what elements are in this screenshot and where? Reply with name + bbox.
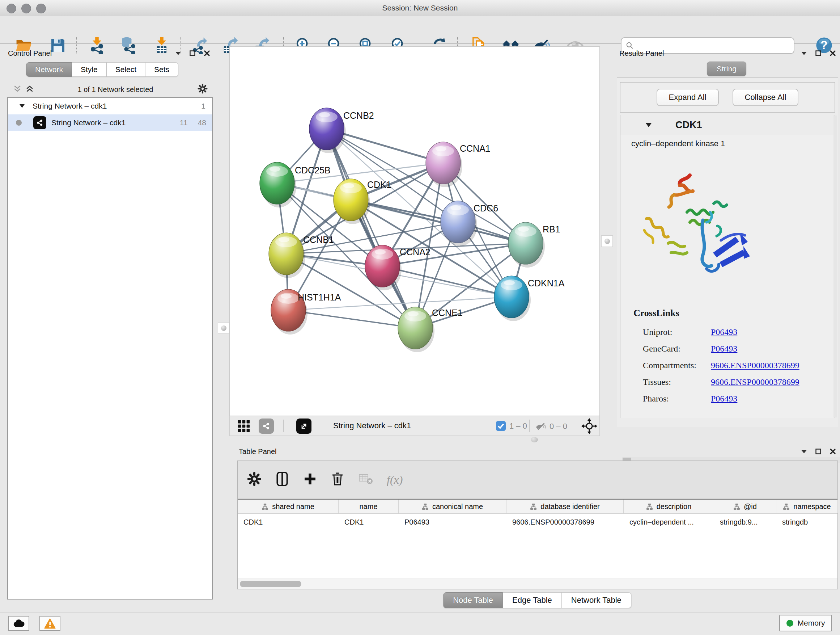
column-header-canonical-name[interactable]: canonical name [399, 500, 507, 513]
panel-close-button[interactable] [204, 50, 210, 56]
panel-menu-button[interactable] [175, 52, 181, 55]
horizontal-splitter-handle[interactable] [531, 437, 538, 442]
current-network-dot-icon [16, 120, 22, 126]
column-header-label: @id [744, 502, 757, 511]
crosslink-value-link[interactable]: P06493 [711, 327, 737, 337]
network-view-title: String Network – cdk1 [333, 421, 411, 431]
checkbox-checked-icon[interactable] [496, 421, 506, 431]
network-node[interactable] [508, 222, 545, 268]
network-canvas[interactable]: CCNB2CCNA1CDC25BCDK1CDC6RB1CCNB1CCNA2CDK… [229, 46, 600, 416]
crosslink-value-link[interactable]: 9606.ENSP00000378699 [711, 361, 799, 371]
panel-float-button[interactable] [815, 50, 821, 56]
crosslink-value-link[interactable]: P06493 [711, 344, 737, 354]
column-header-database-identifier[interactable]: database identifier [507, 500, 624, 513]
tab-network-table[interactable]: Network Table [562, 592, 631, 608]
table-delete-icon [358, 472, 374, 486]
table-cell[interactable]: stringdb:9... [714, 518, 776, 526]
results-vertical-scrollbar[interactable] [834, 116, 837, 417]
scrollbar-thumb[interactable] [240, 581, 302, 587]
cloud-status-button[interactable] [8, 616, 29, 631]
table-cell[interactable]: cyclin–dependent ... [624, 518, 714, 526]
table-cell[interactable]: 9606.ENSP00000378699 [507, 518, 624, 526]
network-node[interactable] [269, 233, 305, 278]
collapse-all-button[interactable]: Collapse All [733, 89, 799, 106]
right-splitter-handle[interactable] [601, 235, 613, 247]
table-cell[interactable]: P06493 [399, 518, 507, 526]
memory-button[interactable]: Memory [779, 615, 832, 631]
table-panel: Table Panel [234, 445, 840, 611]
tab-network[interactable]: Network [26, 62, 72, 77]
close-icon [830, 50, 836, 56]
hidden-eye-icon[interactable] [535, 421, 546, 432]
tab-edge-table[interactable]: Edge Table [503, 592, 562, 608]
expand-all-button[interactable] [26, 85, 33, 94]
crosslink-label: Pharos: [633, 394, 711, 404]
warnings-button[interactable] [39, 616, 60, 631]
network-collection-row[interactable]: String Network – cdk1 1 [8, 98, 212, 114]
crosslink-value-link[interactable]: 9606.ENSP00000378699 [711, 377, 799, 387]
status-bar: Memory [0, 613, 840, 635]
expand-all-button[interactable]: Expand All [657, 89, 719, 106]
network-row[interactable]: String Network – cdk1 11 48 [8, 114, 212, 131]
tab-node-table[interactable]: Node Table [443, 592, 503, 608]
tab-style[interactable]: Style [72, 62, 107, 77]
network-node[interactable] [398, 307, 434, 352]
network-node[interactable] [441, 201, 477, 246]
open-in-new-window-button[interactable] [296, 418, 311, 434]
table-cell[interactable]: stringdb [776, 518, 838, 526]
network-node[interactable] [333, 179, 370, 224]
network-node[interactable] [426, 142, 462, 187]
table-options-button[interactable] [247, 472, 262, 488]
panel-close-button[interactable] [830, 448, 836, 454]
table-horizontal-scrollbar[interactable] [238, 578, 837, 589]
share-icon [262, 421, 271, 431]
delete-table-button[interactable] [358, 472, 374, 488]
tab-select[interactable]: Select [107, 62, 145, 77]
network-options-button[interactable] [197, 84, 208, 96]
column-header--id[interactable]: @id [714, 500, 776, 513]
network-node[interactable] [365, 245, 401, 290]
table-row[interactable]: CDK1CDK1P064939606.ENSP00000378699cyclin… [238, 514, 837, 530]
panel-float-button[interactable] [815, 448, 821, 454]
tab-string[interactable]: String [707, 62, 746, 76]
string-view-button[interactable] [259, 418, 274, 434]
title-bar: Session: New Session [0, 0, 840, 16]
column-header-shared-name[interactable]: shared name [238, 500, 339, 513]
column-header-name[interactable]: name [339, 500, 399, 513]
crosslink-label: Compartments: [633, 361, 711, 371]
crosslink-value-link[interactable]: P06493 [711, 394, 737, 404]
results-panel-title: Results Panel [619, 49, 664, 57]
panel-close-button[interactable] [830, 50, 836, 56]
crosslink-row: Compartments:9606.ENSP00000378699 [633, 357, 799, 374]
table-cell[interactable]: CDK1 [339, 518, 399, 526]
column-header-label: shared name [272, 502, 314, 511]
birds-eye-toggle-button[interactable] [581, 418, 597, 434]
network-node[interactable] [309, 108, 346, 153]
network-node[interactable] [494, 276, 531, 321]
tab-sets[interactable]: Sets [145, 62, 178, 77]
crosslink-row: Pharos:P06493 [633, 390, 799, 407]
column-header-description[interactable]: description [624, 500, 714, 513]
panel-float-button[interactable] [189, 50, 195, 56]
collection-label: String Network – cdk1 [33, 102, 107, 111]
column-header-namespace[interactable]: namespace [776, 500, 838, 513]
table-cell[interactable]: CDK1 [238, 518, 339, 526]
create-column-button[interactable] [303, 472, 317, 488]
external-link-icon [299, 421, 309, 431]
collapse-all-button[interactable] [14, 85, 21, 94]
show-column-button[interactable] [275, 471, 290, 488]
shared-column-icon [733, 503, 740, 510]
chevron-down-icon [801, 52, 807, 55]
function-builder-button[interactable]: f(x) [387, 473, 403, 486]
node-label: CDC6 [474, 203, 498, 213]
panel-menu-button[interactable] [801, 450, 807, 453]
panel-menu-button[interactable] [801, 52, 807, 55]
gene-card-header[interactable]: CDK1 [621, 115, 835, 135]
left-splitter-handle[interactable] [218, 322, 229, 334]
column-header-label: database identifier [540, 502, 600, 511]
node-label: CDKN1A [528, 278, 565, 288]
show-grid-button[interactable] [237, 419, 251, 433]
protein-structure-image [636, 169, 759, 288]
memory-status-dot-icon [786, 620, 793, 627]
delete-column-button[interactable] [330, 472, 345, 488]
